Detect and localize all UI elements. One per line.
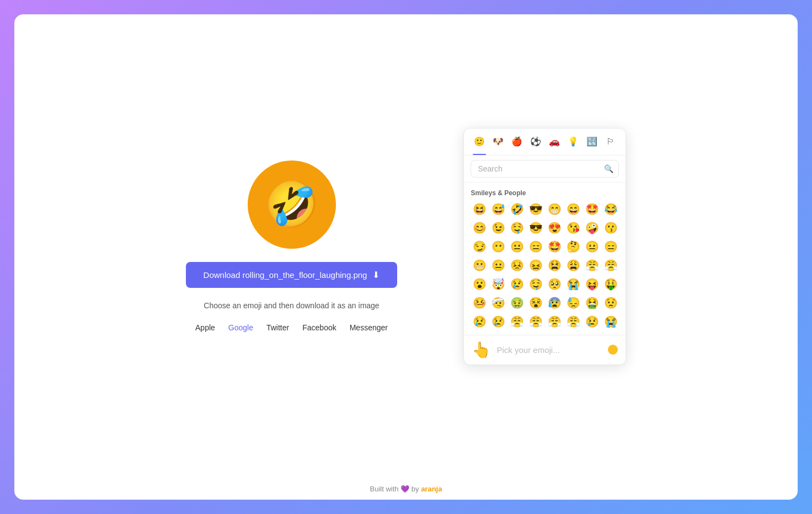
emoji-cell[interactable]: 😮	[471, 275, 488, 293]
heart-icon: 💜	[400, 485, 409, 493]
emoji-cell[interactable]: 🤢	[508, 294, 526, 312]
emoji-cell[interactable]: 😖	[527, 256, 544, 274]
emoji-cell[interactable]: 😘	[564, 219, 582, 237]
emoji-cell[interactable]: 😶	[489, 238, 507, 255]
search-icon: 🔍	[604, 164, 613, 173]
page-footer: Built with 💜 by aranja	[14, 478, 798, 500]
emoji-cell[interactable]: 😢	[583, 313, 601, 330]
emoji-cell[interactable]: 🤔	[564, 238, 582, 255]
emoji-cell[interactable]: 😝	[583, 275, 601, 293]
emoji-cell[interactable]: 🤯	[489, 275, 507, 293]
main-content: 🤣 Download rolling_on_the_floor_laughing…	[14, 14, 798, 478]
emoji-cell[interactable]: 🤪	[583, 219, 601, 237]
footer-placeholder: Pick your emoji...	[496, 345, 602, 355]
footer-built-with: Built with	[370, 485, 401, 493]
emoji-cell[interactable]: 😵	[527, 294, 544, 312]
search-input[interactable]	[471, 160, 619, 178]
vendor-tabs: Apple Google Twitter Facebook Messenger	[195, 323, 388, 332]
emoji-cell[interactable]: 🤮	[583, 294, 601, 312]
emoji-cell[interactable]: 😤	[546, 313, 563, 330]
category-flags[interactable]: 🏳	[602, 133, 619, 151]
emoji-cell[interactable]: 😤	[508, 313, 526, 330]
vendor-tab-messenger[interactable]: Messenger	[350, 323, 388, 332]
category-travel[interactable]: 🚗	[546, 133, 563, 151]
category-smileys[interactable]: 🙂	[471, 133, 487, 151]
emoji-cell[interactable]: 🤤	[527, 275, 544, 293]
emoji-cell[interactable]: 😄	[564, 200, 582, 218]
emoji-grid: 😆 😅 🤣 😎 😁 😄 🤩 😂 😊 😉 🤤 😎 😍 😘 🤪 😗	[471, 200, 619, 330]
vendor-tab-facebook[interactable]: Facebook	[302, 323, 336, 332]
picker-categories: 🙂 🐶 🍎 ⚽ 🚗 💡 🔣 🏳	[464, 128, 626, 156]
emoji-cell[interactable]: 😢	[489, 313, 507, 330]
emoji-cell[interactable]: 😏	[471, 238, 488, 255]
vendor-tab-twitter[interactable]: Twitter	[266, 323, 289, 332]
category-activities[interactable]: ⚽	[527, 133, 544, 151]
emoji-cell[interactable]: 😗	[602, 219, 619, 237]
emoji-cell[interactable]: 😑	[527, 238, 544, 255]
picker-body: Smileys & People 😆 😅 🤣 😎 😁 😄 🤩 😂 😊 😉 🤤 😎…	[464, 183, 626, 335]
emoji-cell[interactable]: 🤩	[546, 238, 563, 255]
emoji-cell[interactable]: 😭	[602, 313, 619, 330]
download-label: Download rolling_on_the_floor_laughing.p…	[204, 270, 367, 280]
emoji-cell[interactable]: 😓	[564, 294, 582, 312]
emoji-cell[interactable]: 😭	[564, 275, 582, 293]
emoji-cell[interactable]: 😣	[508, 256, 526, 274]
emoji-cell[interactable]: 😰	[546, 294, 563, 312]
footer-preview-emoji: 👆	[472, 341, 491, 359]
category-animals[interactable]: 🐶	[490, 133, 506, 151]
emoji-cell[interactable]: 😟	[602, 294, 619, 312]
vendor-tab-google[interactable]: Google	[228, 323, 253, 332]
emoji-cell[interactable]: 🤕	[489, 294, 507, 312]
download-button[interactable]: Download rolling_on_the_floor_laughing.p…	[186, 262, 398, 288]
emoji-cell[interactable]: 😬	[471, 256, 488, 274]
left-panel: 🤣 Download rolling_on_the_floor_laughing…	[186, 160, 398, 332]
current-emoji: 🤣	[264, 183, 319, 227]
emoji-cell[interactable]: 🤑	[602, 275, 619, 293]
emoji-cell[interactable]: 😤	[602, 256, 619, 274]
emoji-cell[interactable]: 😉	[489, 219, 507, 237]
category-food[interactable]: 🍎	[509, 133, 525, 151]
emoji-cell[interactable]: 😂	[602, 200, 619, 218]
emoji-cell[interactable]: 😢	[508, 275, 526, 293]
app-window: 🤣 Download rolling_on_the_floor_laughing…	[14, 14, 798, 500]
emoji-cell[interactable]: 😁	[546, 200, 563, 218]
footer-by: by	[412, 485, 421, 493]
vendor-tab-apple[interactable]: Apple	[195, 323, 215, 332]
emoji-picker: 🙂 🐶 🍎 ⚽ 🚗 💡 🔣 🏳 🔍 Smileys & People 😆 😅 🤣	[463, 128, 626, 365]
emoji-cell[interactable]: 😤	[564, 313, 582, 330]
emoji-cell[interactable]: 😐	[489, 256, 507, 274]
emoji-cell[interactable]: 😎	[527, 200, 544, 218]
emoji-cell[interactable]: 😆	[471, 200, 488, 218]
author-link[interactable]: aranja	[421, 485, 442, 493]
emoji-cell[interactable]: 😢	[471, 313, 488, 330]
emoji-cell[interactable]: 🤣	[508, 200, 526, 218]
emoji-cell[interactable]: 😩	[564, 256, 582, 274]
emoji-cell[interactable]: 😐	[508, 238, 526, 255]
emoji-cell[interactable]: 😫	[546, 256, 563, 274]
emoji-cell[interactable]: 😑	[602, 238, 619, 255]
emoji-cell[interactable]: 🤩	[583, 200, 601, 218]
picker-search-container: 🔍	[464, 156, 626, 183]
footer-dot	[608, 345, 618, 355]
emoji-display: 🤣	[248, 160, 336, 249]
emoji-cell[interactable]: 🥺	[546, 275, 563, 293]
emoji-cell[interactable]: 😍	[546, 219, 563, 237]
download-icon: ⬇	[372, 270, 380, 280]
category-symbols[interactable]: 🔣	[584, 133, 600, 151]
picker-footer: 👆 Pick your emoji...	[464, 335, 626, 365]
emoji-cell[interactable]: 😤	[583, 256, 601, 274]
emoji-cell[interactable]: 🤒	[471, 294, 488, 312]
emoji-cell[interactable]: 😎	[527, 219, 544, 237]
emoji-cell[interactable]: 😐	[583, 238, 601, 255]
category-label: Smileys & People	[471, 189, 619, 197]
helper-text: Choose an emoji and then download it as …	[204, 301, 379, 310]
emoji-cell[interactable]: 😤	[527, 313, 544, 330]
emoji-cell[interactable]: 😅	[489, 200, 507, 218]
emoji-cell[interactable]: 🤤	[508, 219, 526, 237]
category-objects[interactable]: 💡	[565, 133, 581, 151]
emoji-cell[interactable]: 😊	[471, 219, 488, 237]
